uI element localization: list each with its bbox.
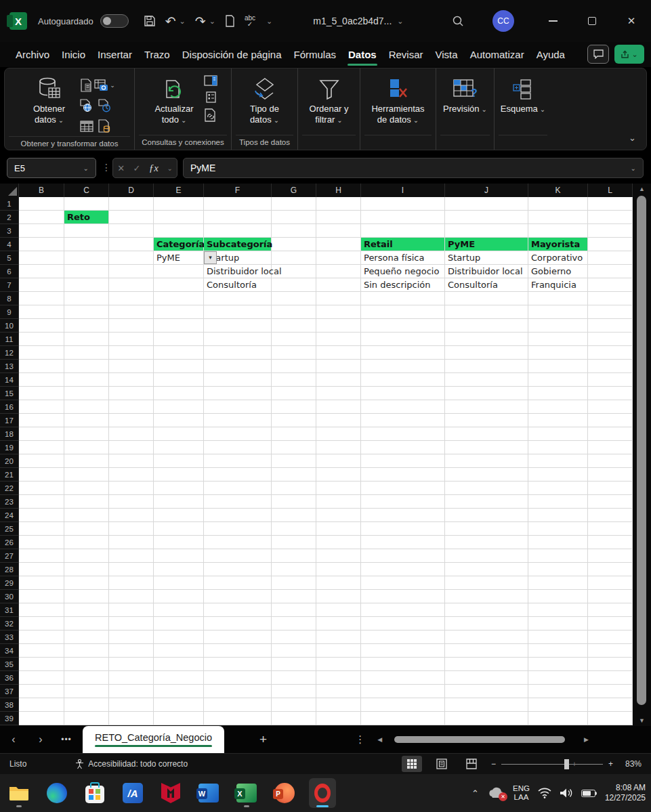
cell-B28[interactable] <box>19 563 64 576</box>
cell-J20[interactable] <box>445 454 528 468</box>
cell-H30[interactable] <box>316 590 361 603</box>
cell-J26[interactable] <box>445 536 528 549</box>
tab-vista[interactable]: Vista <box>429 45 464 64</box>
cell-E16[interactable] <box>154 400 204 414</box>
zoom-in-icon[interactable]: + <box>608 759 613 769</box>
cell-L3[interactable] <box>588 224 633 238</box>
cell-F9[interactable] <box>204 305 272 319</box>
cell-K21[interactable] <box>528 468 588 482</box>
sort-filter-button[interactable]: Ordenar y filtrar⌄ <box>303 74 355 127</box>
taskbar-powerpoint[interactable]: P <box>271 778 298 808</box>
cell-L11[interactable] <box>588 333 633 346</box>
cell-J25[interactable] <box>445 522 528 536</box>
formula-input[interactable]: PyME ⌄ <box>183 158 644 178</box>
from-table-icon[interactable] <box>80 121 93 132</box>
language-indicator[interactable]: ENG LAA <box>513 784 530 802</box>
cell-J18[interactable] <box>445 427 528 441</box>
cell-L35[interactable] <box>588 658 633 671</box>
column-header-E[interactable]: E <box>154 184 204 197</box>
cell-D15[interactable] <box>109 387 154 400</box>
cell-E21[interactable] <box>154 468 204 482</box>
cell-E10[interactable] <box>154 319 204 333</box>
cell-B11[interactable] <box>19 333 64 346</box>
cell-G29[interactable] <box>272 576 316 590</box>
cell-G28[interactable] <box>272 563 316 576</box>
cell-I9[interactable] <box>361 305 445 319</box>
cell-D36[interactable] <box>109 671 154 685</box>
cell-D14[interactable] <box>109 373 154 387</box>
cell-B15[interactable] <box>19 387 64 400</box>
data-validation-dropdown-icon[interactable]: ▾ <box>204 251 217 264</box>
cell-F14[interactable] <box>204 373 272 387</box>
cell-I25[interactable] <box>361 522 445 536</box>
cell-E23[interactable] <box>154 495 204 509</box>
clock[interactable]: 8:08 AM 12/27/2025 <box>605 783 646 803</box>
cell-L31[interactable] <box>588 603 633 617</box>
cell-F38[interactable] <box>204 698 272 712</box>
autosave-toggle[interactable] <box>100 14 129 28</box>
cell-L12[interactable] <box>588 346 633 360</box>
cell-C26[interactable] <box>64 536 109 549</box>
from-picture-icon[interactable] <box>94 79 108 91</box>
cell-L29[interactable] <box>588 576 633 590</box>
cell-K18[interactable] <box>528 427 588 441</box>
share-button[interactable]: ⌄ <box>614 45 644 64</box>
cell-D17[interactable] <box>109 414 154 427</box>
cell-J12[interactable] <box>445 346 528 360</box>
cell-E2[interactable] <box>154 211 204 224</box>
cell-C23[interactable] <box>64 495 109 509</box>
cell-D12[interactable] <box>109 346 154 360</box>
cell-F13[interactable] <box>204 360 272 373</box>
cell-D24[interactable] <box>109 509 154 522</box>
volume-icon[interactable] <box>560 788 573 798</box>
cell-J10[interactable] <box>445 319 528 333</box>
cell-C22[interactable] <box>64 482 109 495</box>
cell-D37[interactable] <box>109 685 154 698</box>
row-header-1[interactable]: 1 <box>0 197 19 211</box>
cell-I15[interactable] <box>361 387 445 400</box>
cell-G38[interactable] <box>272 698 316 712</box>
cell-H32[interactable] <box>316 617 361 631</box>
cell-F37[interactable] <box>204 685 272 698</box>
cell-C9[interactable] <box>64 305 109 319</box>
cell-F34[interactable] <box>204 644 272 658</box>
cell-B22[interactable] <box>19 482 64 495</box>
cell-E3[interactable] <box>154 224 204 238</box>
cell-B37[interactable] <box>19 685 64 698</box>
cell-L34[interactable] <box>588 644 633 658</box>
cell-E33[interactable] <box>154 631 204 644</box>
search-icon[interactable] <box>452 15 464 27</box>
cell-H16[interactable] <box>316 400 361 414</box>
cell-J34[interactable] <box>445 644 528 658</box>
cell-D18[interactable] <box>109 427 154 441</box>
cell-C24[interactable] <box>64 509 109 522</box>
cell-F11[interactable] <box>204 333 272 346</box>
cell-C32[interactable] <box>64 617 109 631</box>
cell-L8[interactable] <box>588 292 633 305</box>
taskbar-file-explorer[interactable] <box>5 778 33 808</box>
cell-H37[interactable] <box>316 685 361 698</box>
redo-chevron-icon[interactable]: ⌄ <box>209 17 215 26</box>
cell-F6[interactable]: Distribuidor local <box>204 265 272 278</box>
accessibility-status[interactable]: Accesibilidad: todo correcto <box>75 759 188 769</box>
cell-L4[interactable] <box>588 238 633 251</box>
cell-E9[interactable] <box>154 305 204 319</box>
sheet-tab-active[interactable]: RETO_Categoría_Negocio <box>83 726 224 753</box>
cell-H1[interactable] <box>316 197 361 211</box>
cell-C34[interactable] <box>64 644 109 658</box>
cell-F2[interactable] <box>204 211 272 224</box>
tab-disposicion[interactable]: Disposición de página <box>176 45 288 64</box>
column-header-I[interactable]: I <box>361 184 445 197</box>
cell-G30[interactable] <box>272 590 316 603</box>
cell-H5[interactable] <box>316 251 361 265</box>
vertical-scrollbar[interactable]: ▲ ▼ <box>633 184 651 726</box>
cell-F27[interactable] <box>204 549 272 563</box>
cell-C18[interactable] <box>64 427 109 441</box>
cell-I30[interactable] <box>361 590 445 603</box>
cell-K26[interactable] <box>528 536 588 549</box>
cell-C39[interactable] <box>64 712 109 725</box>
from-web-icon[interactable] <box>80 99 93 112</box>
cell-J3[interactable] <box>445 224 528 238</box>
cell-I12[interactable] <box>361 346 445 360</box>
zoom-slider[interactable]: + <box>501 764 603 765</box>
